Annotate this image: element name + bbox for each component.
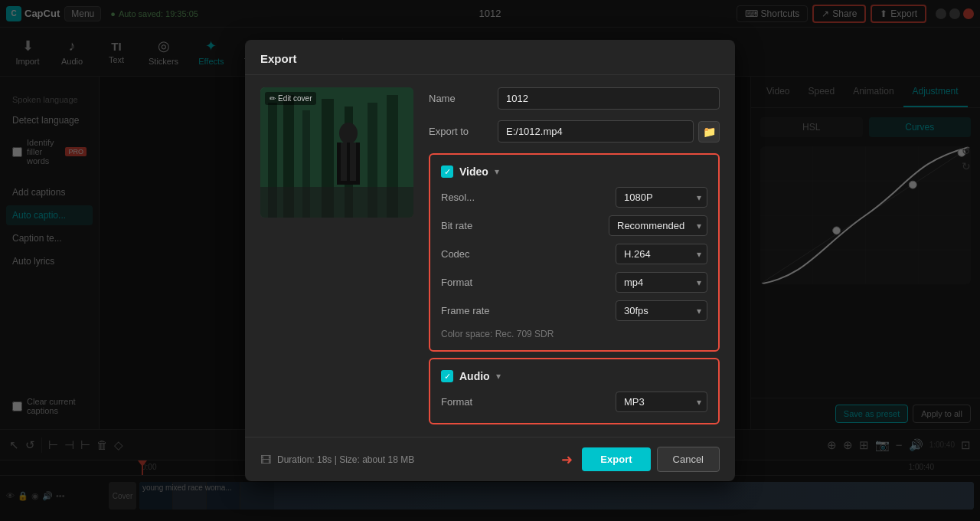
svg-rect-18 [260, 187, 413, 218]
video-section-header: ✓ Video ▾ [441, 165, 707, 178]
audio-format-select[interactable]: MP3 AAC [616, 392, 707, 412]
modal-title: Export [260, 52, 297, 65]
modal-header: Export [245, 40, 735, 75]
duration-size-text: Duration: 18s | Size: about 18 MB [277, 454, 414, 465]
audio-format-label: Format [441, 396, 472, 408]
footer-info: 🎞 Duration: 18s | Size: about 18 MB [260, 454, 414, 466]
modal-overlay: Export [0, 0, 980, 521]
check-icon: ✓ [444, 167, 451, 177]
resolution-label: Resol... [441, 192, 475, 203]
format-label: Format [441, 277, 472, 288]
modal-preview: ✏ Edit cover [260, 87, 413, 424]
audio-format-select-wrap: MP3 AAC [616, 392, 707, 412]
edit-cover-button[interactable]: ✏ Edit cover [265, 92, 316, 105]
export-modal: Export [245, 40, 735, 481]
bitrate-row: Bit rate Recommended Low High [441, 215, 707, 236]
codec-row: Codec H.264 H.265 [441, 244, 707, 264]
bitrate-select-wrap: Recommended Low High [609, 215, 707, 236]
bitrate-select[interactable]: Recommended Low High [609, 215, 707, 236]
modal-body: ✏ Edit cover Name Export to [245, 75, 735, 437]
resolution-select-wrap: 1080P 720P 4K [616, 187, 707, 208]
cancel-button[interactable]: Cancel [657, 447, 720, 472]
video-checkbox[interactable]: ✓ [441, 165, 453, 178]
film-icon: 🎞 [260, 454, 271, 466]
edit-icon: ✏ [270, 94, 276, 103]
video-section-arrow[interactable]: ▾ [495, 166, 499, 177]
export-path-input[interactable] [498, 120, 694, 143]
export-to-row: Export to 📁 [429, 120, 720, 143]
export-path-wrap: 📁 [498, 120, 720, 143]
svg-rect-20 [337, 143, 360, 185]
export-to-label: Export to [429, 126, 498, 137]
audio-section-arrow[interactable]: ▾ [496, 371, 501, 382]
audio-checkbox[interactable]: ✓ [441, 370, 453, 382]
framerate-row: Frame rate 30fps 24fps 60fps [441, 300, 707, 321]
audio-settings-section: ✓ Audio ▾ Format MP3 AAC [429, 358, 720, 424]
folder-icon: 📁 [703, 126, 716, 138]
name-label: Name [429, 93, 498, 104]
preview-bg-svg [260, 87, 413, 218]
modal-footer: 🎞 Duration: 18s | Size: about 18 MB ➜ Ex… [245, 437, 735, 481]
svg-rect-21 [341, 143, 347, 181]
audio-section-title: Audio [459, 370, 490, 382]
audio-section-header: ✓ Audio ▾ [441, 370, 707, 382]
name-input[interactable] [498, 87, 720, 110]
svg-point-19 [339, 123, 358, 144]
video-section-title: Video [459, 165, 488, 178]
codec-select-wrap: H.264 H.265 [616, 244, 707, 264]
format-select-wrap: mp4 mov [616, 272, 707, 293]
audio-format-row: Format MP3 AAC [441, 392, 707, 412]
color-space-text: Color space: Rec. 709 SDR [441, 329, 707, 339]
video-settings-section: ✓ Video ▾ Resol... 1080P 720P 4K [429, 153, 720, 352]
modal-form: Name Export to 📁 [429, 87, 720, 424]
preview-image: ✏ Edit cover [260, 87, 413, 218]
format-select[interactable]: mp4 mov [616, 272, 707, 293]
framerate-select[interactable]: 30fps 24fps 60fps [616, 300, 707, 321]
framerate-label: Frame rate [441, 305, 490, 316]
codec-select[interactable]: H.264 H.265 [616, 244, 707, 264]
codec-label: Codec [441, 248, 470, 260]
resolution-row: Resol... 1080P 720P 4K [441, 187, 707, 208]
bitrate-label: Bit rate [441, 220, 472, 231]
svg-rect-22 [350, 143, 356, 181]
framerate-select-wrap: 30fps 24fps 60fps [616, 300, 707, 321]
export-arrow-icon: ➜ [561, 451, 573, 468]
browse-folder-button[interactable]: 📁 [698, 121, 720, 143]
format-row: Format mp4 mov [441, 272, 707, 293]
export-confirm-button[interactable]: Export [582, 447, 650, 471]
audio-check-icon: ✓ [444, 372, 451, 382]
footer-actions: ➜ Export Cancel [561, 447, 720, 472]
resolution-select[interactable]: 1080P 720P 4K [616, 187, 707, 208]
name-row: Name [429, 87, 720, 110]
